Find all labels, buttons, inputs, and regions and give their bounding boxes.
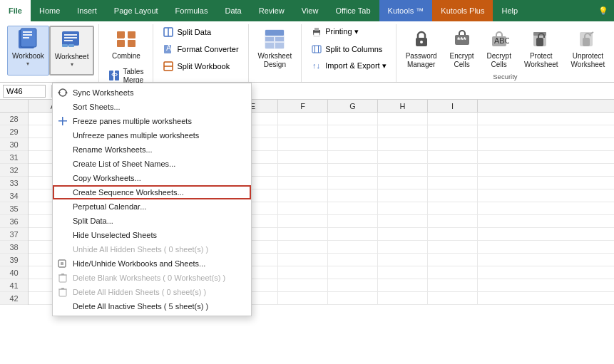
cell[interactable] [278,228,328,240]
menu-item-create-list[interactable]: Create List of Sheet Names... [53,157,251,171]
cell[interactable] [378,241,428,253]
cell[interactable] [428,215,478,227]
cell[interactable] [428,125,478,137]
tab-home[interactable]: Home [31,0,68,21]
cell[interactable] [278,254,328,266]
cell[interactable] [278,177,328,189]
cell[interactable] [428,164,478,176]
cell[interactable] [328,138,378,150]
cell[interactable] [328,202,378,214]
cell[interactable] [378,254,428,266]
cell[interactable] [428,279,478,291]
cell[interactable] [428,228,478,240]
menu-item-delete-hidden[interactable]: Delete All Hidden Sheets ( 0 sheet(s) ) [53,285,251,299]
menu-item-rename-worksheets[interactable]: Rename Worksheets... [53,142,251,157]
cell[interactable] [428,177,478,189]
cell[interactable] [378,177,428,189]
cell[interactable] [328,125,378,137]
menu-item-copy-worksheets[interactable]: Copy Worksheets... [53,171,251,185]
split-data-button[interactable]: Split Data [158,24,216,40]
cell[interactable] [378,151,428,163]
cell[interactable] [378,228,428,240]
menu-item-perpetual-calendar[interactable]: Perpetual Calendar... [53,199,251,214]
cell[interactable] [428,113,478,125]
cell[interactable] [328,279,378,291]
cell[interactable] [428,254,478,266]
cell[interactable] [328,151,378,163]
menu-item-unfreeze-panes[interactable]: Unfreeze panes multiple worksheets [53,128,251,142]
cell[interactable] [278,215,328,227]
menu-item-split-data[interactable]: Split Data... [53,214,251,228]
format-converter-button[interactable]: ABC Format Converter [158,41,243,57]
cell[interactable] [278,266,328,279]
cell[interactable] [428,202,478,214]
menu-item-unhide-all[interactable]: Unhide All Hidden Sheets ( 0 sheet(s) ) [53,242,251,256]
cell[interactable] [278,138,328,150]
menu-item-create-sequence[interactable]: Create Sequence Worksheets... [53,185,251,199]
cell[interactable] [378,266,428,279]
cell[interactable] [378,215,428,227]
cell[interactable] [378,164,428,176]
cell[interactable] [278,292,328,304]
menu-item-sort-sheets[interactable]: Sort Sheets... [53,100,251,114]
cell[interactable] [328,215,378,227]
cell[interactable] [328,241,378,253]
tab-office-tab[interactable]: Office Tab [327,0,379,21]
printing-button[interactable]: Printing ▾ [306,24,363,40]
cell[interactable] [328,113,378,125]
menu-item-hide-unhide-workbooks[interactable]: Hide/Unhide Workbooks and Sheets... [53,256,251,271]
tab-review[interactable]: Review [250,0,293,21]
cell[interactable] [278,164,328,176]
tab-insert[interactable]: Insert [68,0,106,21]
cell[interactable] [378,292,428,304]
import-export-button[interactable]: ↑↓ Import & Export ▾ [306,58,391,74]
cell[interactable] [278,125,328,137]
tab-data[interactable]: Data [216,0,250,21]
cell[interactable] [378,279,428,291]
cell[interactable] [378,138,428,150]
workbook-button[interactable]: Workbook ▾ [7,26,49,76]
cell[interactable] [328,228,378,240]
split-workbook-button[interactable]: Split Workbook [158,58,235,74]
protect-worksheet-button[interactable]: ProtectWorksheet [519,26,563,76]
worksheet-arrow[interactable]: ▾ [71,61,73,68]
cell[interactable] [428,151,478,163]
unprotect-worksheet-button[interactable]: UnprotectWorksheet [566,26,610,76]
cell[interactable] [278,279,328,291]
tab-page-layout[interactable]: Page Layout [106,0,167,21]
cell[interactable] [278,189,328,202]
cell[interactable] [328,164,378,176]
cell[interactable] [278,202,328,214]
combine-button[interactable]: + Combine [107,26,145,63]
cell[interactable] [278,241,328,253]
cell[interactable] [428,138,478,150]
tab-formulas[interactable]: Formulas [167,0,217,21]
cell[interactable] [328,266,378,279]
tab-kutools[interactable]: Kutools ™ [379,0,433,21]
cell[interactable] [328,177,378,189]
workbook-arrow[interactable]: ▾ [26,61,29,67]
menu-item-delete-blank[interactable]: Delete Blank Worksheets ( 0 Worksheet(s)… [53,271,251,285]
cell[interactable] [328,189,378,202]
menu-item-sync-worksheets[interactable]: Sync Worksheets [53,85,251,100]
tab-help[interactable]: Help [493,0,526,21]
menu-item-freeze-panes[interactable]: Freeze panes multiple worksheets [53,114,251,128]
cell[interactable] [428,292,478,304]
split-to-columns-button[interactable]: Split to Columns [306,41,387,57]
encrypt-cells-button[interactable]: *** EncryptCells [445,26,479,76]
cell[interactable] [328,254,378,266]
menu-item-delete-inactive[interactable]: Delete All Inactive Sheets ( 5 sheet(s) … [53,299,251,313]
cell[interactable] [378,189,428,202]
cell[interactable] [278,151,328,163]
password-manager-button[interactable]: PasswordManager [401,26,442,76]
tab-file[interactable]: File [0,0,31,21]
cell[interactable] [378,113,428,125]
worksheet-button[interactable]: Worksheet ▾ [49,26,95,76]
cell[interactable] [428,241,478,253]
worksheet-design-button[interactable]: WorksheetDesign [253,26,297,76]
tab-view[interactable]: View [293,0,327,21]
cell[interactable] [278,113,328,125]
decrypt-cells-button[interactable]: ABC DecryptCells [482,26,516,76]
tab-kutools-plus[interactable]: Kutools Plus [432,0,493,21]
cell[interactable] [328,292,378,304]
